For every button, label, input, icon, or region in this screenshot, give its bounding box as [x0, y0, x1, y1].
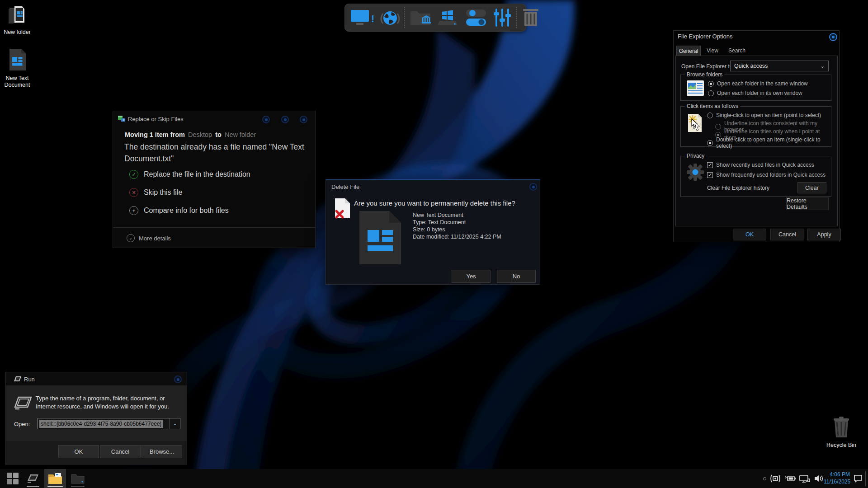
windows-logo-icon	[7, 473, 19, 484]
toggles-icon[interactable]	[463, 6, 489, 29]
svg-text:!: !	[371, 13, 374, 24]
file-details: New Text Document Type: Text Document Si…	[413, 211, 501, 240]
chevron-down-icon: ⌄	[127, 234, 135, 242]
open-to-label: Open File Explorer to:	[681, 63, 734, 70]
desktop-icon-label: New folder	[0, 29, 36, 36]
folder-icon	[7, 5, 27, 25]
chevron-down-icon[interactable]: ⌄	[170, 418, 180, 429]
checkbox-frequent-folders[interactable]: ✓ Show frequently used folders in Quick …	[707, 172, 826, 178]
dialog-title: Delete File	[331, 183, 359, 190]
desktop-icon-recycle-bin[interactable]: Recycle Bin	[822, 416, 860, 449]
no-button[interactable]: No	[497, 270, 536, 283]
desktop-icon-new-text-document[interactable]: New Text Document	[0, 48, 36, 89]
restore-defaults-button[interactable]: Restore Defaults	[786, 197, 829, 210]
run-window-icon	[14, 396, 32, 410]
close-button[interactable]	[174, 375, 182, 383]
tab-view[interactable]: View	[702, 46, 723, 56]
running-indicator	[27, 486, 39, 487]
privacy-group: Privacy ✓ Show recently used files in Qu…	[680, 156, 831, 197]
cancel-button[interactable]: Cancel	[770, 229, 804, 240]
delete-file-icon	[334, 197, 352, 220]
action-center-button[interactable]	[852, 469, 864, 488]
run-icon	[27, 474, 39, 483]
maximize-button[interactable]	[281, 116, 289, 123]
replace-option[interactable]: ✓ Replace the file in the destination	[129, 170, 250, 179]
tray-network-icon[interactable]	[797, 469, 812, 488]
run-dialog-body: Type the name of a program, folder, docu…	[6, 385, 187, 441]
check-circle-icon: ✓	[129, 170, 138, 179]
taskbar-run-button[interactable]	[24, 469, 42, 488]
yes-button[interactable]: Yes	[452, 270, 491, 283]
sliders-icon[interactable]	[493, 6, 512, 29]
trash-icon[interactable]	[521, 6, 541, 29]
delete-question: Are you sure you want to permanently del…	[354, 199, 515, 207]
tab-general[interactable]: General	[676, 46, 701, 56]
ok-button[interactable]: OK	[58, 445, 99, 458]
skip-option[interactable]: ✕ Skip this file	[129, 188, 182, 197]
clock-time: 4:06 PM	[824, 471, 850, 478]
running-indicator	[47, 486, 63, 487]
hidden-icons-button[interactable]	[761, 469, 768, 488]
radio-icon	[708, 81, 714, 87]
tray-camera-icon[interactable]	[769, 469, 782, 488]
plus-circle-icon: +	[129, 206, 138, 215]
file-explorer-options-dialog: File Explorer Options General View Searc…	[673, 30, 840, 242]
source-folder: Desktop	[188, 131, 212, 138]
destination-folder: New folder	[225, 131, 256, 138]
taskbar-explorer-button[interactable]	[44, 469, 66, 488]
file-size: Size: 0 bytes	[413, 226, 501, 233]
running-indicator	[71, 486, 85, 487]
explorer-window-icon	[686, 80, 704, 96]
apply-button[interactable]: Apply	[807, 229, 841, 240]
more-details-toggle[interactable]: ⌄ More details	[127, 234, 171, 242]
gear-icon	[685, 162, 705, 183]
file-thumbnail-icon	[358, 210, 403, 265]
browse-folders-group: Browse folders Open each folder in the s…	[680, 75, 831, 101]
open-value: shell:::{bb06c0e4-d293-4f75-8a90-cb05b64…	[39, 420, 163, 428]
radio-single-click[interactable]: Single-click to open an item (point to s…	[707, 112, 821, 118]
recycle-bin-icon	[831, 416, 852, 438]
show-desktop-divider[interactable]	[865, 471, 866, 486]
tray-battery-icon[interactable]	[783, 469, 797, 488]
radio-icon	[707, 140, 713, 146]
minimize-button[interactable]	[262, 116, 270, 123]
dot-icon	[763, 477, 766, 480]
globe-icon[interactable]	[380, 6, 400, 29]
run-dialog: Run Type the name of a program, folder, …	[5, 372, 187, 465]
close-button[interactable]	[529, 183, 537, 191]
radio-own-window[interactable]: Open each folder in its own window	[708, 90, 802, 96]
compare-option[interactable]: + Compare info for both files	[129, 206, 229, 215]
cancel-button[interactable]: Cancel	[100, 445, 141, 458]
ok-button[interactable]: OK	[733, 229, 766, 240]
click-items-group: Click items as follows Single-click to o…	[680, 106, 831, 147]
close-button[interactable]	[829, 33, 837, 41]
taskbar-clock[interactable]: 4:06 PM 11/16/2025	[824, 471, 850, 485]
dock-separator	[516, 7, 517, 28]
file-explorer-icon	[48, 473, 62, 484]
moving-summary: Moving 1 item from Desktop to New folder	[125, 131, 257, 138]
radio-icon	[708, 90, 714, 96]
checkbox-recent-files[interactable]: ✓ Show recently used files in Quick acce…	[707, 162, 814, 168]
radio-same-window[interactable]: Open each folder in the same window	[708, 80, 808, 87]
top-dock: !	[344, 4, 526, 32]
folder-bank-icon[interactable]	[409, 6, 432, 29]
open-to-dropdown[interactable]: Quick access ⌄	[730, 61, 829, 71]
tab-search[interactable]: Search	[724, 46, 750, 56]
radio-icon	[707, 113, 713, 118]
open-combobox[interactable]: shell:::{bb06c0e4-d293-4f75-8a90-cb05b64…	[38, 418, 180, 429]
notification-bubble-icon	[854, 474, 863, 483]
radio-double-click[interactable]: Double-click to open an item (single-cli…	[707, 136, 831, 149]
conflict-message: The destination already has a file named…	[124, 141, 309, 164]
x-circle-icon: ✕	[129, 188, 138, 197]
start-button[interactable]	[4, 469, 22, 488]
display-alert-icon[interactable]: !	[350, 6, 376, 29]
run-description: Type the name of a program, folder, docu…	[36, 394, 182, 411]
dialog-title: Replace or Skip Files	[128, 116, 184, 122]
desktop-icon-new-folder[interactable]: New folder	[0, 5, 36, 36]
browse-button[interactable]: Browse...	[142, 445, 182, 458]
taskbar-folder-button[interactable]	[68, 469, 88, 488]
taskbar: 4:06 PM 11/16/2025	[0, 469, 868, 488]
close-button[interactable]	[300, 116, 307, 123]
clear-button[interactable]: Clear	[797, 182, 826, 193]
drive-windows-icon[interactable]	[436, 6, 459, 29]
